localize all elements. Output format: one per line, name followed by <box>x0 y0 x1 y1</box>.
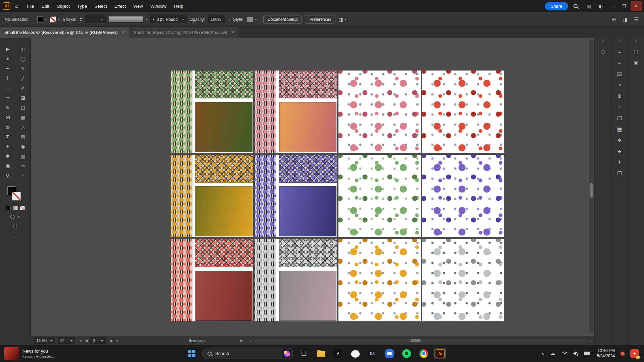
shaper-tool[interactable]: ✏ <box>0 93 15 102</box>
slice-tool[interactable]: ✂ <box>15 161 31 171</box>
collapse-panels-icon[interactable]: « <box>618 39 620 43</box>
document-tab-2[interactable]: Small the Roses v2.ai* @ 20.94 % (RGB/Pr… <box>129 27 239 38</box>
pattern-set-yellow[interactable] <box>171 155 253 237</box>
align-panel-icon[interactable]: ⊕ <box>613 91 626 101</box>
hand-tool[interactable]: ☝ <box>15 171 31 180</box>
pattern-set-gray[interactable] <box>255 239 337 321</box>
tab-close-icon[interactable]: ✕ <box>231 30 234 35</box>
swatches-panel-icon[interactable]: ▤ <box>613 69 626 79</box>
color-mode-button[interactable] <box>6 206 11 210</box>
menu-help[interactable]: Help <box>170 2 187 10</box>
type-tool[interactable]: T <box>0 73 15 83</box>
document-canvas[interactable] <box>31 38 594 336</box>
toolbar-more-icon[interactable]: … <box>13 234 18 239</box>
magic-wand-tool[interactable]: ✶ <box>0 54 15 63</box>
stroke-weight-stepper[interactable] <box>80 16 82 22</box>
graph-tool[interactable]: ▥ <box>15 151 31 161</box>
lasso-tool[interactable]: ◯ <box>15 54 31 63</box>
mesh-tool[interactable]: ⊞ <box>0 132 15 141</box>
battery-icon[interactable] <box>584 352 591 355</box>
rotate-tool[interactable]: ↻ <box>0 102 15 112</box>
workspace-switcher-icon[interactable]: ◧ <box>599 3 603 9</box>
width-tool[interactable]: ⋈ <box>0 112 15 122</box>
last-artboard-icon[interactable]: ⇥ <box>116 339 118 343</box>
notification-bell-icon[interactable] <box>620 352 625 355</box>
first-artboard-icon[interactable]: ⇤ <box>80 339 83 343</box>
comments-panel-icon[interactable]: ▢ <box>630 46 642 57</box>
file-explorer-icon[interactable] <box>315 347 327 360</box>
floral-tile-green[interactable] <box>338 155 421 237</box>
opacity-field[interactable]: 100% <box>208 15 225 23</box>
spotify-icon[interactable]: ≋ <box>400 347 413 360</box>
prev-artboard-icon[interactable]: ◀ <box>85 339 88 343</box>
symbol-sprayer-tool[interactable]: ✽ <box>0 151 15 161</box>
pattern-options-panel-icon[interactable]: ❖ <box>613 135 626 145</box>
align-options-dropdown[interactable]: ◨ <box>338 17 347 22</box>
gradient-panel-icon[interactable]: ◑ <box>613 80 626 90</box>
fill-stroke-indicator[interactable] <box>7 186 24 202</box>
blend-tool[interactable]: ◉ <box>15 141 31 151</box>
eyedropper-tool[interactable]: ✦ <box>0 141 15 151</box>
perspective-grid-tool[interactable]: △ <box>15 122 31 132</box>
gradient-tool[interactable]: ▧ <box>15 132 31 141</box>
menu-object[interactable]: Object <box>53 2 74 10</box>
arrange-documents-icon[interactable]: ▥ <box>587 3 592 9</box>
menu-effect[interactable]: Effect <box>111 2 130 10</box>
hidden-icons-chevron[interactable]: ∧ <box>542 351 544 356</box>
rotation-dropdown[interactable]: 0° <box>58 337 75 344</box>
status-flyout-icon[interactable]: ▶ <box>240 339 243 342</box>
selection-tool[interactable]: ▶ <box>0 44 15 54</box>
draw-inside-icon[interactable]: ◐ <box>18 214 20 219</box>
chat-app-icon[interactable] <box>383 347 396 360</box>
news-widget[interactable]: News for you Taiwan Protester... <box>0 347 101 360</box>
workspace-grid-icon[interactable]: ⊞ <box>612 16 616 22</box>
color-panel-icon[interactable]: ◒ <box>613 46 626 57</box>
none-mode-button[interactable] <box>20 206 25 210</box>
home-icon[interactable]: ⌂ <box>15 3 18 9</box>
panel-dock-icon[interactable]: ◨ <box>623 16 627 22</box>
wifi-icon[interactable] <box>561 352 567 356</box>
cat-app-icon[interactable] <box>349 347 362 360</box>
preferences-button[interactable]: Preferences <box>305 15 335 24</box>
pen-tool[interactable]: ✒ <box>0 63 15 73</box>
direct-selection-tool[interactable]: ▷ <box>15 44 31 54</box>
clock[interactable]: 10:46 PM 5/24/2024 <box>597 348 615 359</box>
artboards-panel-icon[interactable]: ▦ <box>613 124 626 134</box>
pattern-set-purple[interactable] <box>255 155 337 237</box>
layers-panel-icon[interactable]: ❏ <box>613 113 626 123</box>
floral-tile-pink[interactable] <box>338 71 421 153</box>
draw-normal-icon[interactable]: ◯ <box>10 214 14 219</box>
document-tab-1[interactable]: Small the Roses v2 [Recovered].ai @ 12.5… <box>0 27 129 38</box>
document-setup-button[interactable]: Document Setup <box>263 15 302 24</box>
search-icon[interactable] <box>573 4 578 8</box>
history-panel-icon[interactable]: ▣ <box>630 57 642 68</box>
dark-app-icon[interactable]: DX <box>366 347 379 360</box>
stroke-swatch[interactable] <box>50 16 60 22</box>
restore-button[interactable]: ❐ <box>618 1 630 11</box>
export-panel-icon[interactable]: ↥ <box>613 157 626 168</box>
eraser-tool[interactable]: ◪ <box>15 93 31 102</box>
horizontal-scrollbar[interactable]: ‹ › <box>250 339 592 343</box>
artboard-number-dropdown[interactable]: 2 <box>90 337 106 344</box>
pattern-set-green[interactable] <box>171 71 253 153</box>
shape-builder-tool[interactable]: ◍ <box>0 122 15 132</box>
scale-tool[interactable]: ◲ <box>15 102 31 112</box>
stroke-weight-dropdown[interactable] <box>85 15 106 23</box>
horizontal-scrollbar-thumb[interactable] <box>411 339 421 342</box>
floral-tile-purple[interactable] <box>422 155 504 237</box>
zoom-tool[interactable]: ⚲ <box>0 171 15 180</box>
gradient-mode-button[interactable] <box>13 206 18 210</box>
vertical-scrollbar[interactable] <box>589 39 593 333</box>
3d-panel-icon[interactable]: ◇ <box>597 46 609 57</box>
share-button[interactable]: Share <box>545 2 568 10</box>
pattern-set-pink[interactable] <box>255 71 337 153</box>
zap-app-icon[interactable]: ⚡ <box>332 347 344 360</box>
brush-definition-dropdown[interactable] <box>109 16 147 22</box>
task-view-button[interactable]: ❏ <box>297 347 310 360</box>
illustrator-taskbar-button[interactable]: Ai <box>434 348 446 359</box>
minimize-button[interactable]: — <box>607 1 618 11</box>
free-transform-tool[interactable]: ▦ <box>15 112 31 122</box>
line-segment-tool[interactable]: ╱ <box>15 73 31 83</box>
floral-tile-yellow[interactable] <box>338 239 421 321</box>
menu-edit[interactable]: Edit <box>38 2 53 10</box>
